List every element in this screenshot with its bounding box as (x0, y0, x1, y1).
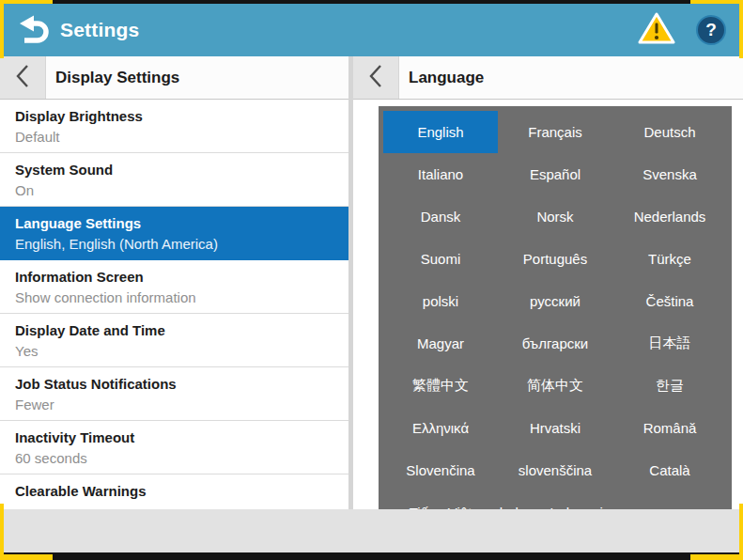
printer-front-panel: Settings ? (0, 0, 743, 560)
bottom-edge-strip (0, 552, 743, 560)
language-grid: EnglishFrançaisDeutschItalianoEspañolSve… (379, 106, 732, 509)
language-cell[interactable]: Türkçe (612, 238, 727, 280)
language-cell[interactable]: 繁體中文 (383, 365, 498, 407)
setting-value: On (15, 180, 341, 200)
settings-list-item[interactable]: Information ScreenShow connection inform… (0, 260, 348, 314)
language-cell[interactable]: Français (498, 111, 612, 153)
left-panel-title: Display Settings (55, 69, 179, 87)
language-cell[interactable]: Español (498, 153, 612, 195)
yellow-bracket-top-right (739, 0, 743, 58)
yellow-bracket-top-left (0, 0, 4, 58)
yellow-bracket-bottom-right (739, 504, 743, 560)
right-panel-header: Language (353, 56, 743, 99)
content-area: Display BrightnessDefaultSystem SoundOnL… (0, 100, 743, 509)
setting-value: English, English (North America) (15, 234, 341, 254)
yellow-bracket-top-right (690, 0, 743, 4)
warning-status-button[interactable] (638, 13, 675, 47)
question-mark-icon: ? (705, 20, 717, 40)
language-cell[interactable]: Norsk (498, 195, 612, 238)
language-cell[interactable]: polski (383, 280, 498, 322)
setting-title: Clearable Warnings (15, 481, 341, 501)
settings-list-item[interactable]: Inactivity Timeout60 seconds (0, 421, 348, 474)
language-cell[interactable]: Suomi (383, 238, 498, 280)
language-cell[interactable]: 简体中文 (498, 365, 612, 407)
setting-title: Inactivity Timeout (15, 428, 341, 447)
language-cell[interactable]: Català (612, 449, 727, 491)
warning-triangle-icon (638, 11, 675, 49)
language-cell[interactable]: Tiếng Việt (383, 491, 498, 509)
setting-value: Yes (15, 341, 341, 361)
right-panel-title-area: Language (399, 56, 743, 99)
setting-title: Job Status Notifications (15, 374, 341, 394)
language-cell[interactable]: bahasa Indonesia (498, 491, 612, 509)
setting-value: Default (15, 127, 341, 147)
right-panel-title: Language (409, 69, 484, 87)
setting-value: 60 seconds (15, 448, 341, 468)
language-panel: EnglishFrançaisDeutschItalianoEspañolSve… (353, 100, 743, 509)
language-cell[interactable]: Italiano (383, 153, 498, 195)
setting-title: Display Brightness (15, 106, 341, 126)
language-cell[interactable]: Svenska (612, 153, 727, 195)
language-cell[interactable]: English (383, 111, 498, 153)
language-cell[interactable]: Nederlands (612, 195, 727, 238)
setting-title: Information Screen (15, 267, 341, 287)
yellow-bracket-bottom-left (0, 554, 53, 560)
language-cell[interactable]: 한글 (612, 365, 727, 407)
setting-value: Show connection information (15, 288, 341, 307)
language-cell[interactable]: Română (612, 407, 727, 449)
settings-list: Display BrightnessDefaultSystem SoundOnL… (0, 100, 348, 509)
setting-title: Display Date and Time (15, 320, 341, 340)
bottom-bezel-bar (0, 509, 743, 552)
left-panel-header: Display Settings (0, 56, 348, 99)
left-panel-title-area: Display Settings (46, 56, 348, 99)
yellow-bracket-top-left (0, 0, 53, 4)
back-button[interactable] (13, 11, 51, 49)
yellow-bracket-bottom-left (0, 504, 4, 560)
language-cell[interactable]: Ελληνικά (383, 407, 498, 449)
panel-headers: Display Settings Language (0, 56, 743, 100)
language-cell[interactable]: Dansk (383, 195, 498, 238)
language-back-button[interactable] (353, 56, 399, 99)
page-title: Settings (60, 19, 139, 41)
language-cell[interactable]: Čeština (612, 280, 727, 322)
top-edge-strip (0, 0, 743, 4)
language-cell[interactable]: Hrvatski (498, 407, 612, 449)
settings-list-item[interactable]: Clearable Warnings (0, 474, 348, 509)
language-cell[interactable]: עברית (612, 491, 727, 509)
app-header: Settings ? (0, 4, 743, 56)
help-button[interactable]: ? (696, 15, 726, 45)
language-cell[interactable]: русский (498, 280, 612, 322)
setting-value: Fewer (15, 395, 341, 414)
language-cell[interactable]: slovenščina (498, 449, 612, 491)
back-arrow-icon (15, 12, 49, 49)
setting-title: System Sound (15, 160, 341, 179)
header-status-icons: ? (638, 13, 726, 47)
chevron-left-icon (367, 63, 384, 93)
language-cell[interactable]: Magyar (383, 322, 498, 365)
chevron-left-icon (14, 63, 31, 93)
language-cell[interactable]: Deutsch (612, 111, 727, 153)
settings-list-item[interactable]: Language SettingsEnglish, English (North… (0, 207, 348, 260)
setting-title: Language Settings (15, 213, 341, 233)
settings-list-item[interactable]: System SoundOn (0, 153, 348, 207)
language-cell[interactable]: български (498, 322, 612, 365)
settings-list-item[interactable]: Display Date and TimeYes (0, 314, 348, 367)
settings-list-item[interactable]: Display BrightnessDefault (0, 100, 348, 153)
display-settings-back-button[interactable] (0, 56, 46, 99)
language-cell[interactable]: Português (498, 238, 612, 280)
panel-divider (348, 56, 353, 509)
language-cell[interactable]: Slovenčina (383, 449, 498, 491)
yellow-bracket-bottom-right (690, 554, 743, 560)
settings-list-item[interactable]: Job Status NotificationsFewer (0, 367, 348, 421)
language-cell[interactable]: 日本語 (612, 322, 727, 365)
